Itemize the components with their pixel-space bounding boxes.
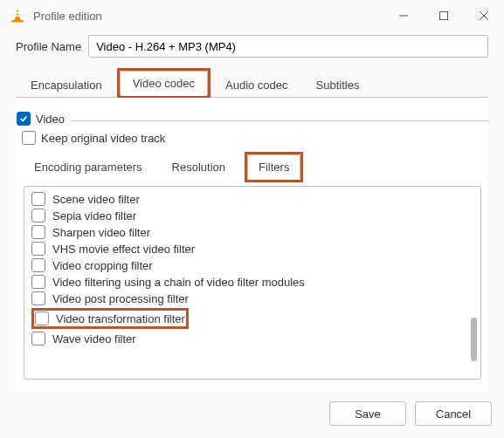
vlc-cone-icon (9, 7, 26, 24)
filter-checkbox[interactable] (31, 332, 45, 346)
save-button[interactable]: Save (329, 401, 406, 426)
video-label: Video (36, 113, 65, 126)
filter-checkbox[interactable] (31, 225, 45, 239)
filter-checkbox[interactable] (35, 311, 49, 325)
scrollbar-thumb[interactable] (471, 318, 477, 361)
filter-item: Video post processing filter (31, 291, 473, 305)
subtab-encoding[interactable]: Encoding parameters (24, 155, 153, 179)
dialog-footer: Save Cancel (0, 391, 504, 438)
video-checkbox[interactable] (17, 112, 31, 126)
filter-item: VHS movie effect video filter (31, 242, 473, 256)
minimize-button[interactable] (383, 0, 424, 31)
filter-item: Sharpen video filter (31, 225, 473, 239)
tab-audio-codec[interactable]: Audio codec (212, 72, 301, 97)
filter-label: Sepia video filter (52, 209, 136, 222)
filter-checkbox[interactable] (31, 291, 45, 305)
filter-label: Video filtering using a chain of video f… (52, 276, 305, 289)
keep-original-checkbox[interactable] (22, 131, 36, 145)
filter-item: Wave video filter (31, 332, 473, 346)
filter-label: Video post processing filter (52, 292, 189, 305)
profile-edition-window: Profile edition Profile Name Encapsulati… (0, 0, 504, 438)
filter-checkbox[interactable] (31, 192, 45, 206)
highlight-filters: Filters (245, 152, 303, 182)
subtab-filters[interactable]: Filters (247, 154, 300, 180)
highlight-transformation: Video transformation filter (31, 308, 189, 329)
window-title: Profile edition (33, 10, 383, 23)
tab-subtitles[interactable]: Subtitles (303, 72, 373, 97)
filter-checkbox[interactable] (31, 258, 45, 272)
filter-label: Scene video filter (52, 193, 140, 206)
subtab-resolution[interactable]: Resolution (162, 155, 236, 179)
filter-label: Wave video filter (52, 332, 136, 346)
filter-label: Video cropping filter (52, 259, 153, 272)
close-button[interactable] (464, 0, 504, 31)
filter-label: VHS movie effect video filter (52, 243, 195, 256)
filter-item: Sepia video filter (31, 209, 473, 222)
filter-checkbox[interactable] (31, 275, 45, 289)
highlight-video-codec: Video codec (117, 68, 211, 98)
filter-checkbox[interactable] (31, 242, 45, 256)
filter-item: Video transformation filter (31, 308, 473, 329)
filter-label: Sharpen video filter (52, 226, 150, 239)
title-bar: Profile edition (0, 0, 504, 31)
video-fieldset: Video (17, 112, 488, 126)
maximize-button[interactable] (424, 0, 464, 31)
filter-item: Video cropping filter (31, 258, 473, 272)
profile-name-input[interactable] (88, 35, 488, 58)
main-tabs: Encapsulation Video codec Audio codec Su… (16, 68, 488, 98)
svg-rect-1 (440, 12, 448, 20)
filter-label: Video transformation filter (56, 312, 185, 325)
tab-video-codec[interactable]: Video codec (120, 71, 208, 95)
cancel-button[interactable]: Cancel (415, 401, 492, 426)
keep-original-label: Keep original video track (41, 132, 165, 145)
filter-item: Scene video filter (31, 192, 473, 206)
sub-tabs: Encoding parameters Resolution Filters (24, 152, 488, 182)
filters-list-box: Scene video filter Sepia video filter Sh… (24, 186, 481, 380)
profile-name-label: Profile Name (16, 40, 81, 53)
filter-item: Video filtering using a chain of video f… (31, 275, 473, 289)
filter-checkbox[interactable] (31, 209, 45, 222)
tab-encapsulation[interactable]: Encapsulation (17, 72, 115, 97)
